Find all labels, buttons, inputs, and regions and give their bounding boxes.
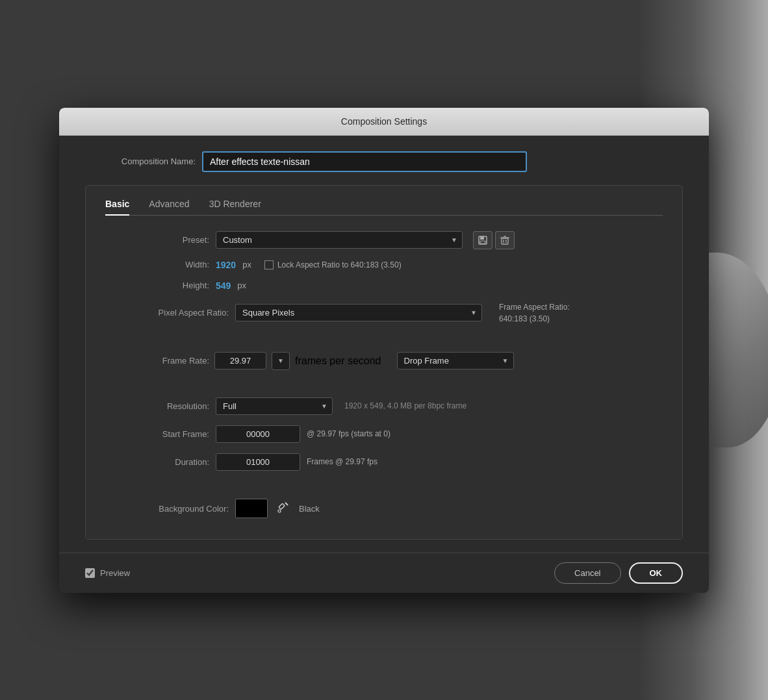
- svg-rect-9: [279, 503, 285, 509]
- lock-aspect-row: Lock Aspect Ratio to 640:183 (3.50): [264, 260, 402, 269]
- lock-aspect-label: Lock Aspect Ratio to 640:183 (3.50): [277, 260, 402, 269]
- resolution-row: Resolution: Full Half Third Quarter Cust…: [105, 397, 663, 415]
- preset-select-wrapper: Custom HDTV 1080 24 HDTV 1080 25 HDTV 10…: [216, 231, 463, 249]
- comp-name-row: Composition Name:: [85, 151, 683, 172]
- width-label: Width:: [105, 260, 209, 269]
- start-frame-input[interactable]: [216, 425, 300, 443]
- comp-name-input[interactable]: [202, 151, 527, 172]
- comp-name-label: Composition Name:: [85, 156, 202, 166]
- frame-type-select-wrapper: Drop Frame Non-Drop Frame ▼: [397, 352, 514, 369]
- svg-point-10: [278, 510, 281, 512]
- tab-basic[interactable]: Basic: [105, 199, 129, 216]
- width-unit: px: [242, 260, 251, 269]
- frame-rate-label: Frame Rate:: [105, 356, 209, 366]
- svg-rect-3: [502, 238, 508, 244]
- resolution-select[interactable]: Full Half Third Quarter Custom: [216, 397, 333, 415]
- preview-row: Preview: [85, 568, 130, 578]
- duration-info: Frames @ 29.97 fps: [307, 457, 378, 466]
- eyedropper-button[interactable]: [274, 498, 292, 519]
- tabs-header: Basic Advanced 3D Renderer: [105, 199, 663, 216]
- bg-color-label: Background Color:: [105, 504, 229, 514]
- frame-type-select[interactable]: Drop Frame Non-Drop Frame: [397, 352, 514, 369]
- ok-button[interactable]: OK: [629, 562, 684, 584]
- frame-rate-row: Frame Rate: ▼ frames per second Drop Fra…: [105, 352, 663, 370]
- preset-select[interactable]: Custom HDTV 1080 24 HDTV 1080 25 HDTV 10…: [216, 231, 463, 249]
- width-row: Width: 1920 px Lock Aspect Ratio to 640:…: [105, 260, 663, 270]
- tab-advanced[interactable]: Advanced: [149, 199, 189, 216]
- delete-preset-button[interactable]: [495, 231, 515, 249]
- fps-label: frames per second: [295, 355, 381, 367]
- preview-label: Preview: [100, 568, 130, 578]
- start-frame-row: Start Frame: @ 29.97 fps (starts at 0): [105, 425, 663, 443]
- width-value[interactable]: 1920: [216, 260, 236, 270]
- save-preset-button[interactable]: [473, 231, 493, 249]
- dialog-footer: Preview Cancel OK: [59, 553, 709, 593]
- par-select[interactable]: Square Pixels D1/DV NTSC (0.91) D1/DV PA…: [235, 304, 482, 321]
- svg-line-8: [285, 503, 288, 505]
- start-frame-label: Start Frame:: [105, 429, 209, 439]
- bg-color-name: Black: [299, 504, 320, 514]
- frame-rate-chevron[interactable]: ▼: [272, 352, 290, 370]
- title-bar: Composition Settings: [59, 108, 709, 136]
- dialog-body: Composition Name: Basic Advanced 3D Rend…: [59, 136, 709, 553]
- svg-rect-1: [480, 236, 484, 240]
- frame-aspect-label: Frame Aspect Ratio:: [499, 301, 570, 313]
- tab-3d-renderer[interactable]: 3D Renderer: [209, 199, 261, 216]
- height-row: Height: 549 px: [105, 281, 663, 291]
- frame-aspect-info-block: Frame Aspect Ratio: 640:183 (3.50): [499, 301, 570, 325]
- dialog-title: Composition Settings: [341, 116, 427, 127]
- height-unit: px: [237, 281, 246, 290]
- preset-row: Preset: Custom HDTV 1080 24 HDTV 1080 25…: [105, 231, 663, 249]
- preview-checkbox[interactable]: [85, 568, 95, 578]
- tabs-container: Basic Advanced 3D Renderer Preset: Custo…: [85, 185, 683, 540]
- preset-label: Preset:: [105, 235, 209, 245]
- lock-aspect-checkbox[interactable]: [264, 260, 274, 269]
- svg-rect-2: [480, 241, 485, 244]
- duration-input[interactable]: [216, 453, 300, 471]
- footer-buttons: Cancel OK: [554, 562, 683, 584]
- bg-color-row: Background Color: Black: [105, 498, 663, 519]
- resolution-label: Resolution:: [105, 401, 209, 411]
- bg-color-swatch[interactable]: [235, 499, 268, 518]
- resolution-select-wrapper: Full Half Third Quarter Custom ▼: [216, 397, 333, 415]
- resolution-info: 1920 x 549, 4.0 MB per 8bpc frame: [344, 401, 467, 410]
- start-frame-info: @ 29.97 fps (starts at 0): [307, 429, 390, 438]
- separator-2: [105, 381, 663, 387]
- frame-aspect-value: 640:183 (3.50): [499, 313, 570, 325]
- duration-row: Duration: Frames @ 29.97 fps: [105, 453, 663, 471]
- par-row: Pixel Aspect Ratio: Square Pixels D1/DV …: [105, 301, 663, 325]
- separator-3: [105, 481, 663, 488]
- composition-settings-dialog: Composition Settings Composition Name: B…: [59, 108, 709, 593]
- preset-buttons: [473, 231, 515, 249]
- par-label: Pixel Aspect Ratio:: [105, 308, 229, 318]
- par-select-wrapper: Square Pixels D1/DV NTSC (0.91) D1/DV PA…: [235, 304, 482, 321]
- duration-label: Duration:: [105, 457, 209, 467]
- separator-1: [105, 335, 663, 342]
- frame-rate-input[interactable]: [214, 352, 266, 369]
- basic-tab-content: Preset: Custom HDTV 1080 24 HDTV 1080 25…: [105, 231, 663, 519]
- height-value[interactable]: 549: [216, 281, 231, 291]
- cancel-button[interactable]: Cancel: [554, 562, 621, 584]
- height-label: Height:: [105, 281, 209, 290]
